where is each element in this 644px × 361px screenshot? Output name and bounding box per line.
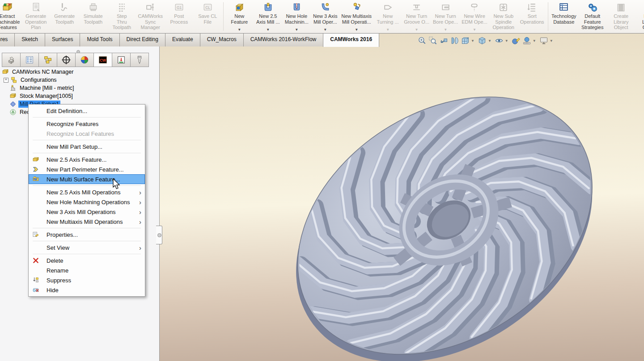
tree-item-stock-manager-1005[interactable]: Stock Manager[1005] <box>0 92 159 100</box>
tab-sketch[interactable]: Sketch <box>14 33 45 46</box>
menu-item-suppress[interactable]: Suppress <box>29 275 145 285</box>
hide-show-items-icon[interactable] <box>495 36 504 45</box>
view-orientation-dropdown-arrow[interactable]: ▼ <box>471 39 475 43</box>
ribbon-button-insert-library-object[interactable]: Insert Library Object <box>636 0 644 33</box>
tab-direct-editing[interactable]: Direct Editing <box>119 33 165 46</box>
menu-item-new-part-perimeter-feature[interactable]: New Part Perimeter Feature... <box>29 164 145 174</box>
apply-scene-dropdown-arrow[interactable]: ▼ <box>533 39 536 43</box>
tree-item-label: Stock Manager[1005] <box>18 92 74 100</box>
ribbon-button-extract-machinable-features[interactable]: Extract Machinable Features <box>0 0 21 33</box>
menu-item-hide[interactable]: Hide <box>29 285 145 295</box>
menu-item-delete[interactable]: Delete <box>29 256 145 265</box>
dropdown-arrow-icon[interactable]: ▼ <box>473 28 476 33</box>
dropdown-arrow-icon[interactable]: ▼ <box>415 28 419 33</box>
ribbon-button-default-feature-strategies[interactable]: Default Feature Strategies <box>578 0 607 33</box>
tree-expand-icon[interactable]: + <box>4 78 8 83</box>
svg-text:CW: CW <box>100 59 106 63</box>
menu-item-new-mill-part-setup[interactable]: New Mill Part Setup... <box>29 142 145 151</box>
menu-separator <box>33 117 141 118</box>
dropdown-arrow-icon[interactable]: ▼ <box>444 28 447 33</box>
view-settings-dropdown-arrow[interactable]: ▼ <box>550 39 553 43</box>
apply-scene-icon[interactable] <box>522 36 531 45</box>
view-settings-icon[interactable] <box>539 36 548 45</box>
tab-camworks-2016[interactable]: CAMWorks 2016 <box>323 33 379 47</box>
ribbon-button-new-multiaxis-mill-operati[interactable]: New Multiaxis Mill Operati...▼ <box>339 0 373 33</box>
manager-tab-property-manager[interactable] <box>20 53 39 67</box>
zoom-fit-icon[interactable] <box>418 36 427 45</box>
tree-item-machine-mill-metric[interactable]: Machine [Mill - metric] <box>0 84 159 92</box>
tree-item-configurations[interactable]: +Configurations <box>0 76 159 84</box>
manager-tab-feature-manager[interactable] <box>2 53 21 67</box>
dropdown-arrow-icon[interactable]: ▼ <box>355 28 358 33</box>
ribbon-button-new-3-axis-mill-oper[interactable]: New 3 Axis Mill Oper...▼ <box>311 0 339 33</box>
dropdown-arrow-icon[interactable]: ▼ <box>266 28 270 33</box>
panel-splitter-handle[interactable] <box>156 226 162 244</box>
menu-item-new-multi-surface-feature[interactable]: New Multi Surface Feature... <box>29 174 145 184</box>
impeller-model[interactable] <box>159 33 644 361</box>
tree-item-camworks-nc-manager[interactable]: CAMWorks NC Manager <box>0 68 159 76</box>
manager-tab-camworks-feature-tree[interactable]: CW <box>93 53 112 67</box>
ribbon-button-new-turn-bore-ope: New Turn Bore Ope...▼ <box>431 0 460 33</box>
menu-item-label: New 3 Axis Mill Operations <box>47 209 116 215</box>
menu-separator <box>33 228 141 228</box>
ribbon-button-label: Post Process <box>170 13 188 25</box>
ribbon-button-label: New Wire EDM Ope... <box>462 13 487 25</box>
zoom-area-icon[interactable] <box>428 36 437 45</box>
tab-camworks-2016-workflow[interactable]: CAMWorks 2016-WorkFlow <box>243 33 324 46</box>
ribbon-button-new-feature[interactable]: New Feature▼ <box>225 0 254 33</box>
menu-hide <box>32 286 39 294</box>
svg-text:CL: CL <box>205 5 210 10</box>
ribbon-button-new-2-5-axis-mill[interactable]: New 2.5 Axis Mill ...▼ <box>254 0 282 33</box>
submenu-arrow-icon: › <box>139 244 141 251</box>
manager-tab-display-manager[interactable] <box>75 53 94 67</box>
tab-surfaces[interactable]: Surfaces <box>45 33 80 46</box>
tab-features[interactable]: Features <box>0 33 15 46</box>
menu-item-new-3-axis-mill-operations[interactable]: New 3 Axis Mill Operations› <box>29 207 145 217</box>
dropdown-arrow-icon[interactable]: ▼ <box>386 28 390 33</box>
dropdown-arrow-icon[interactable]: ▼ <box>323 28 327 33</box>
menu-item-new-hole-machining-operations[interactable]: New Hole Machining Operations› <box>29 197 145 207</box>
previous-view-icon[interactable] <box>439 36 448 45</box>
menu-item-new-2-5-axis-mill-operations[interactable]: New 2.5 Axis Mill Operations› <box>29 187 145 197</box>
menu-item-label: New Hole Machining Operations <box>47 199 130 206</box>
menu-item-label: New Multiaxis Mill Operations <box>47 218 123 225</box>
ribbon-button-simulate-toolpath: Simulate Toolpath <box>79 0 107 33</box>
generate-toolpath-icon <box>59 2 70 13</box>
hide-show-items-dropdown-arrow[interactable]: ▼ <box>505 39 508 43</box>
dropdown-arrow-icon[interactable]: ▼ <box>237 28 241 33</box>
mill-part-setup1-icon <box>9 101 17 108</box>
menu-perimeter <box>32 166 39 173</box>
ribbon-button-new-turn-groove-o: New Turn Groove O...▼ <box>402 0 431 33</box>
edit-appearance-icon[interactable] <box>512 36 521 45</box>
menu-separator <box>33 241 141 241</box>
new-feature-icon <box>234 2 245 13</box>
section-view-icon[interactable] <box>450 36 459 45</box>
view-orientation-icon[interactable] <box>461 36 470 45</box>
command-manager-tabs: FeaturesSketchSurfacesMold ToolsDirect E… <box>0 33 379 46</box>
ribbon-button-label: New Turning ... <box>377 13 399 25</box>
ribbon-button-label: New 2.5 Axis Mill ... <box>256 13 280 25</box>
tab-evaluate[interactable]: Evaluate <box>165 33 200 46</box>
manager-tab-camworks-operation-tree[interactable] <box>112 53 131 67</box>
ribbon-button-technology-database[interactable]: Technology Database <box>550 0 578 33</box>
menu-item-new-multiaxis-mill-operations[interactable]: New Multiaxis Mill Operations› <box>29 217 145 227</box>
step-thru-toolpath-icon <box>116 2 127 13</box>
menu-item-new-2-5-axis-feature[interactable]: New 2.5 Axis Feature... <box>29 155 145 164</box>
menu-item-set-view[interactable]: Set View› <box>29 243 145 252</box>
manager-tab-configuration-manager[interactable] <box>38 53 57 67</box>
tab-mold-tools[interactable]: Mold Tools <box>80 33 119 46</box>
new-turning-icon <box>382 2 394 13</box>
tab-cw-macros[interactable]: CW_Macros <box>200 33 244 46</box>
manager-tab-camworks-tools[interactable] <box>130 53 149 67</box>
manager-tab-dimxpert[interactable] <box>57 53 76 67</box>
camworks-sync-manager-icon <box>145 2 156 13</box>
dropdown-arrow-icon[interactable]: ▼ <box>295 28 298 33</box>
ribbon-button-new-hole-machinin[interactable]: New Hole Machinin...▼ <box>282 0 311 33</box>
display-style-icon[interactable] <box>478 36 487 45</box>
menu-item-properties[interactable]: Properties... <box>29 230 145 239</box>
display-style-dropdown-arrow[interactable]: ▼ <box>488 39 491 43</box>
menu-item-recognize-features[interactable]: Recognize Features <box>29 119 145 129</box>
tree-item-label: Configurations <box>19 76 58 84</box>
menu-item-edit-definition[interactable]: Edit Definition... <box>29 106 145 116</box>
menu-item-rename[interactable]: Rename <box>29 265 145 275</box>
